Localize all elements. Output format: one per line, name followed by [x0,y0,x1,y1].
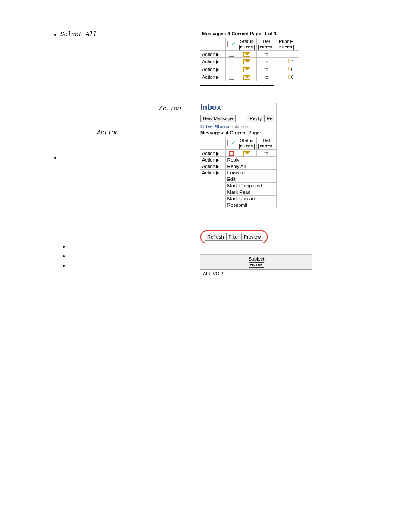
bullet-item [69,243,194,249]
caption-rule [200,282,286,282]
filter-badge[interactable]: FILTER [258,144,274,149]
chevron-right-icon [216,159,219,162]
caption-rule [200,213,256,213]
checkbox[interactable] [229,52,234,57]
checkbox-selected[interactable] [229,151,234,156]
checkbox[interactable] [229,75,234,80]
col-subject: Subject [200,256,312,261]
caption-rule [200,85,274,86]
col-status: Status [239,39,255,44]
filter-line: Filter: Status only new; [200,124,276,129]
filter-badge[interactable]: FILTER [239,45,255,50]
action-button[interactable]: Action [202,164,215,169]
re-button[interactable]: Re [264,115,275,122]
menu-item[interactable]: Forward [225,170,276,176]
action-button[interactable]: Action [202,157,215,162]
checkbox[interactable] [229,67,234,72]
col-del: Del [258,138,274,143]
chevron-right-icon [216,165,219,168]
priority: 6 [291,67,294,72]
new-message-button[interactable]: New Message [200,115,236,122]
screenshot-subject-column: Subject FILTER ALL,VC 2 [200,254,312,277]
menu-item[interactable]: Reply All [225,163,276,170]
filter-badge[interactable]: FILTER [278,45,293,50]
to-cell: to [256,73,276,81]
filter-badge[interactable]: FILTER [249,262,264,268]
chevron-right-icon [216,171,219,175]
filter-value: only new; [230,124,250,129]
menu-item[interactable]: Resubmit [225,202,276,208]
screenshot-message-list: Messages: 4 Current Page: 1 of 1 Status … [200,31,299,81]
reply-button[interactable]: Reply [247,115,264,122]
menu-item[interactable]: Edit [225,176,276,183]
screenshot-inbox: Status FILTER Del FILTER Action to Actio… [200,137,276,208]
col-del: Del [258,39,274,44]
refresh-button[interactable]: Refresh [205,233,226,241]
priority-icon: ! [288,66,290,72]
chevron-right-icon [216,152,219,156]
action-button[interactable]: Action [202,59,215,64]
to-cell: to [256,58,276,65]
action-button[interactable]: Action [202,67,215,72]
bottom-rule [37,377,374,377]
envelope-icon [243,75,250,80]
filter-label: Filter: Status [200,124,229,129]
action-label: Action [159,105,181,112]
menu-item[interactable]: Reply [225,157,276,163]
highlight-circle: RefreshFilterPreview [200,230,268,243]
envelope-icon [243,59,250,64]
priority-icon: ! [288,74,290,80]
bullet-item [60,153,194,161]
chevron-right-icon [216,53,219,56]
preview-button[interactable]: Preview [241,233,263,241]
checkbox[interactable] [229,59,234,64]
to-cell: to [256,65,276,73]
bullet-item [69,253,194,259]
to-cell: to [256,51,276,58]
to-cell: to [256,150,276,157]
action-button[interactable]: Action [202,151,215,156]
select-all-icon[interactable] [227,41,235,47]
menu-item[interactable]: Mark Unread [225,196,276,202]
priority: 8 [291,75,294,80]
filter-badge[interactable]: FILTER [239,144,255,149]
envelope-icon [243,151,250,156]
inbox-title: Inbox [200,103,276,112]
action-label-2: Action [97,129,118,136]
chevron-right-icon [216,68,219,72]
select-all-label: Select All [60,31,97,38]
select-all-icon[interactable] [227,140,235,146]
messages-header: Messages: 4 Current Page: 1 of 1 [200,31,299,38]
top-rule [37,22,374,22]
messages-line: Messages: 4 Current Page: [200,130,276,135]
subject-row: ALL,VC 2 [200,270,312,277]
action-button[interactable]: Action [202,75,215,80]
filter-badge[interactable]: FILTER [258,45,274,50]
bullet-item: Select All [60,31,194,38]
col-prior: Prior F [278,39,293,44]
menu-item[interactable]: Mark Completed [225,183,276,189]
bullet-item [69,262,194,268]
filter-button[interactable]: Filter [226,233,241,241]
priority-icon: ! [288,58,290,65]
priority: 4 [291,59,294,64]
envelope-icon [243,52,250,57]
chevron-right-icon [216,60,219,64]
chevron-right-icon [216,76,219,79]
action-button[interactable]: Action [202,170,215,175]
col-status: Status [239,138,255,143]
envelope-icon [243,67,250,72]
action-button[interactable]: Action [202,52,215,57]
menu-item[interactable]: Mark Read [225,189,276,196]
